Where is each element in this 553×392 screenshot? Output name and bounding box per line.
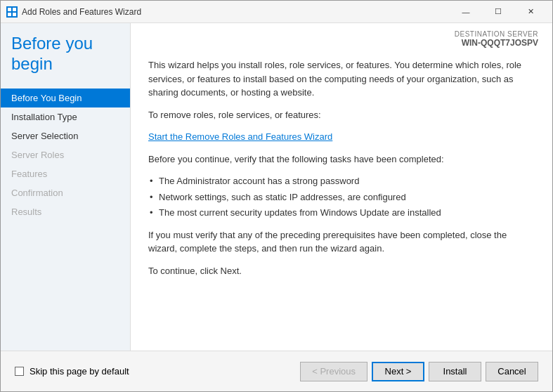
close-button[interactable]: ✕ (514, 1, 547, 23)
sidebar-item-results: Results (1, 202, 130, 221)
footer-left: Skip this page by default (15, 366, 300, 377)
requirement-1: The Administrator account has a strong p… (148, 174, 535, 188)
skip-checkbox[interactable] (15, 367, 24, 376)
page-title: Before you begin (11, 34, 119, 74)
title-bar: Add Roles and Features Wizard — ☐ ✕ (1, 1, 552, 23)
destination-label: DESTINATION SERVER (455, 30, 538, 38)
main-header: DESTINATION SERVER WIN-QQQT7JOSPV (131, 23, 552, 51)
main-body: This wizard helps you install roles, rol… (131, 51, 552, 351)
remove-label: To remove roles, role services, or featu… (148, 108, 535, 122)
sidebar-item-before-you-begin[interactable]: Before You Begin (1, 89, 130, 107)
app-icon (6, 6, 18, 18)
sidebar-item-features: Features (1, 164, 130, 183)
maximize-button[interactable]: ☐ (482, 1, 514, 23)
destination-info: DESTINATION SERVER WIN-QQQT7JOSPV (455, 30, 538, 48)
svg-rect-1 (13, 8, 16, 11)
sidebar-item-installation-type[interactable]: Installation Type (1, 107, 130, 126)
window-title: Add Roles and Features Wizard (22, 7, 450, 17)
verify-note: If you must verify that any of the prece… (148, 228, 535, 256)
main-content: DESTINATION SERVER WIN-QQQT7JOSPV This w… (131, 23, 552, 351)
svg-rect-0 (8, 8, 11, 11)
svg-rect-3 (13, 13, 16, 16)
sidebar-nav: Before You Begin Installation Type Serve… (1, 89, 130, 221)
server-name: WIN-QQQT7JOSPV (455, 38, 538, 48)
requirement-2: Network settings, such as static IP addr… (148, 190, 535, 204)
remove-wizard-link[interactable]: Start the Remove Roles and Features Wiza… (148, 131, 332, 142)
skip-label[interactable]: Skip this page by default (30, 366, 129, 377)
verify-paragraph: Before you continue, verify that the fol… (148, 152, 535, 166)
wizard-window: Add Roles and Features Wizard — ☐ ✕ Befo… (0, 0, 553, 392)
previous-button[interactable]: < Previous (300, 362, 367, 381)
intro-paragraph: This wizard helps you install roles, rol… (148, 58, 535, 100)
install-button[interactable]: Install (429, 362, 481, 381)
next-button[interactable]: Next > (372, 362, 424, 381)
cancel-button[interactable]: Cancel (486, 362, 538, 381)
minimize-button[interactable]: — (450, 1, 482, 23)
requirements-list: The Administrator account has a strong p… (148, 174, 535, 220)
sidebar: Before you begin Before You Begin Instal… (1, 23, 131, 351)
requirement-3: The most current security updates from W… (148, 206, 535, 220)
sidebar-item-server-selection[interactable]: Server Selection (1, 126, 130, 145)
footer-buttons: < Previous Next > Install Cancel (300, 362, 538, 381)
content-area: Before you begin Before You Begin Instal… (1, 23, 552, 351)
svg-rect-2 (8, 13, 11, 16)
footer: Skip this page by default < Previous Nex… (1, 351, 552, 391)
sidebar-header: Before you begin (1, 34, 130, 89)
continue-note: To continue, click Next. (148, 264, 535, 278)
window-controls: — ☐ ✕ (450, 1, 547, 23)
sidebar-item-server-roles: Server Roles (1, 145, 130, 164)
sidebar-item-confirmation: Confirmation (1, 183, 130, 202)
